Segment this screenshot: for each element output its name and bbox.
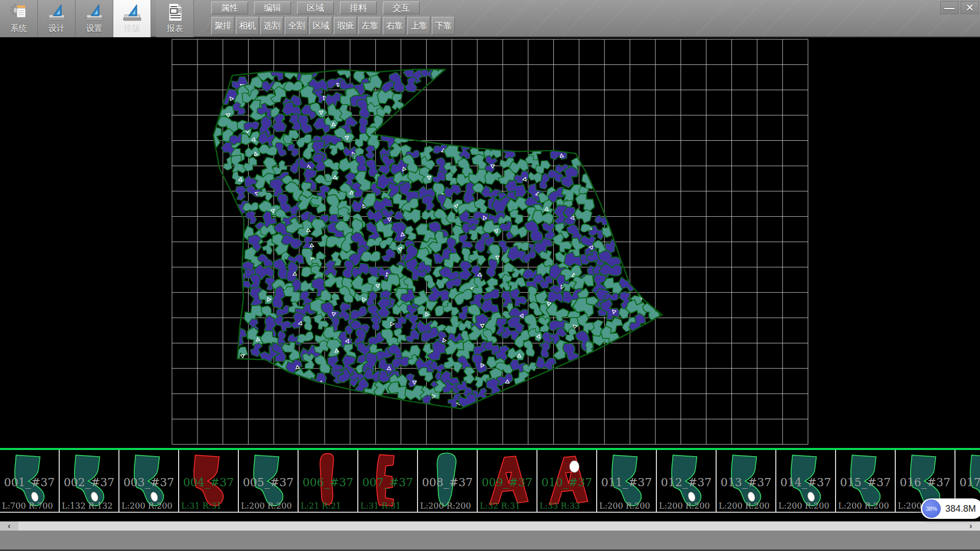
report-document-icon (165, 2, 185, 22)
part-quantity-label: L:132 R:132 (62, 501, 113, 511)
part-quantity-label: L:21 R:21 (301, 501, 341, 511)
part-quantity-label: L:200 R:200 (121, 501, 173, 511)
main-nav-button-label: 设计 (48, 23, 65, 34)
part-id-label: 010_#37 (537, 476, 596, 489)
main-nav-button[interactable]: 排版 (113, 0, 151, 37)
memory-usage-label: 384.8M (945, 504, 976, 514)
main-nav-button[interactable]: 设置 (76, 0, 113, 37)
thumbnail-cell[interactable]: 011_#37 L:200 R:200 (597, 450, 657, 512)
part-id-label: 009_#37 (478, 476, 536, 489)
part-quantity-label: L:31 R:31 (360, 501, 401, 511)
nesting-setsquare-icon (122, 2, 142, 22)
main-nav-button-label: 排版 (124, 23, 140, 34)
tool-button[interactable]: 全割 (285, 17, 308, 35)
window-controls: — ✕ (940, 1, 979, 14)
main-nav-button[interactable]: 报表 (156, 0, 194, 37)
tool-button[interactable]: 聚排 (211, 17, 234, 35)
menu-tab[interactable]: 区域 (297, 2, 334, 14)
minimize-button[interactable]: — (940, 1, 959, 14)
thumbnail-cell[interactable]: 009_#37 L:32 R:31 (478, 450, 537, 512)
scroll-right-icon[interactable]: › (962, 521, 980, 531)
menu-area: 属性编辑区域排料交互 聚排相机选割全割区域瑕疵左靠右靠上靠下靠 (211, 0, 456, 35)
thumbnail-cell[interactable]: 002_#37 L:132 R:132 (60, 450, 119, 512)
nesting-canvas[interactable] (0, 37, 980, 449)
tool-button[interactable]: 上靠 (407, 17, 430, 35)
thumbnail-cell[interactable]: 012_#37 L:200 R:200 (657, 450, 717, 512)
part-id-label: 002_#37 (60, 476, 118, 489)
part-quantity-label: L:200 R:200 (778, 501, 829, 511)
thumbnail-cell[interactable]: 010_#37 L:33 R:33 (537, 450, 597, 512)
main-nav: 系统 设计 设置 排版 报表 (0, 0, 194, 37)
part-id-label: 015_#37 (836, 476, 895, 489)
scrollbar-track[interactable] (18, 521, 962, 531)
part-quantity-label: L:700 R:700 (2, 501, 53, 511)
menu-tab[interactable]: 交互 (383, 2, 420, 14)
main-nav-button[interactable]: 系统 (0, 0, 38, 37)
design-setsquare-icon (46, 2, 67, 22)
menu-tab[interactable]: 属性 (211, 2, 248, 14)
part-quantity-label: L:31 R:31 (181, 501, 222, 511)
part-id-label: 013_#37 (717, 476, 775, 489)
tool-button[interactable]: 右靠 (383, 17, 406, 35)
part-quantity-label: L:200 R:200 (420, 501, 471, 511)
main-nav-button-label: 系统 (11, 23, 27, 34)
part-id-label: 003_#37 (119, 476, 178, 489)
settings-setsquare-icon (84, 2, 105, 22)
tool-button[interactable]: 相机 (236, 17, 259, 35)
nesting-canvas-svg (0, 37, 980, 449)
thumbnail-cell[interactable]: 006_#37 L:21 R:21 (299, 450, 358, 512)
part-id-label: 005_#37 (239, 476, 298, 489)
part-quantity-label: L:200 R:200 (659, 501, 710, 511)
progress-percent-badge: 38% (922, 499, 941, 518)
thumbnail-cell[interactable]: 005_#37 L:200 R:200 (239, 450, 299, 512)
part-id-label: 007_#37 (358, 476, 417, 489)
part-quantity-label: L:200 R:200 (599, 501, 650, 511)
part-id-label: 008_#37 (418, 476, 477, 489)
part-id-label: 017_#37 (955, 476, 980, 489)
tool-button[interactable]: 瑕疵 (334, 17, 357, 35)
menu-tab[interactable]: 排料 (340, 2, 377, 14)
parts-thumbnail-strip: 001_#37 L:700 R:700 002_#37 L:132 R:132 … (0, 448, 980, 513)
close-button[interactable]: ✕ (961, 1, 979, 14)
part-quantity-label: L:200 R:200 (838, 501, 889, 511)
tool-button[interactable]: 左靠 (358, 17, 381, 35)
tool-button-row: 聚排相机选割全割区域瑕疵左靠右靠上靠下靠 (211, 17, 456, 35)
thumbnail-cell[interactable]: 008_#37 L:200 R:200 (418, 450, 478, 512)
scroll-left-icon[interactable]: ‹ (0, 521, 18, 531)
status-bar (0, 531, 980, 549)
thumbnail-cell[interactable]: 013_#37 L:200 R:200 (717, 450, 776, 512)
application-window: 系统 设计 设置 排版 报表 属性编辑区域排料交互 聚排相机选割全割区域瑕疵左靠… (0, 0, 980, 551)
part-id-label: 011_#37 (597, 476, 656, 489)
thumbnail-cell[interactable]: 007_#37 L:31 R:31 (358, 450, 418, 512)
horizontal-scrollbar[interactable]: ‹ › (0, 521, 980, 531)
part-quantity-label: L:32 R:31 (480, 501, 520, 511)
main-nav-button-label: 设置 (86, 23, 103, 34)
tool-button[interactable]: 下靠 (432, 17, 455, 35)
tool-button[interactable]: 选割 (260, 17, 283, 35)
part-id-label: 001_#37 (0, 476, 59, 489)
toolbar: 系统 设计 设置 排版 报表 属性编辑区域排料交互 聚排相机选割全割区域瑕疵左靠… (0, 0, 980, 37)
main-nav-button[interactable]: 设计 (38, 0, 76, 37)
thumbnail-cell[interactable]: 003_#37 L:200 R:200 (119, 450, 179, 512)
part-quantity-label: L:33 R:33 (540, 501, 580, 511)
menu-tab[interactable]: 编辑 (254, 2, 291, 14)
main-nav-button-label: 报表 (167, 23, 183, 34)
progress-widget: 38% 384.8M (921, 498, 980, 519)
part-quantity-label: L:200 R:200 (719, 501, 770, 511)
part-id-label: 012_#37 (657, 476, 716, 489)
part-id-label: 016_#37 (896, 476, 954, 489)
thumbnail-cell[interactable]: 001_#37 L:700 R:700 (0, 450, 60, 512)
thumbnail-cell[interactable]: 004_#37 L:31 R:31 (179, 450, 239, 512)
part-quantity-label: L:200 R:200 (241, 501, 292, 511)
part-id-label: 014_#37 (776, 476, 835, 489)
part-id-label: 006_#37 (299, 476, 357, 489)
menu-tab-row: 属性编辑区域排料交互 (211, 2, 456, 14)
part-id-label: 004_#37 (179, 476, 238, 489)
thumbnail-cell[interactable]: 015_#37 L:200 R:200 (836, 450, 896, 512)
tool-button[interactable]: 区域 (309, 17, 332, 35)
system-gear-icon (9, 2, 29, 22)
thumbnail-cell[interactable]: 014_#37 L:200 R:200 (776, 450, 836, 512)
